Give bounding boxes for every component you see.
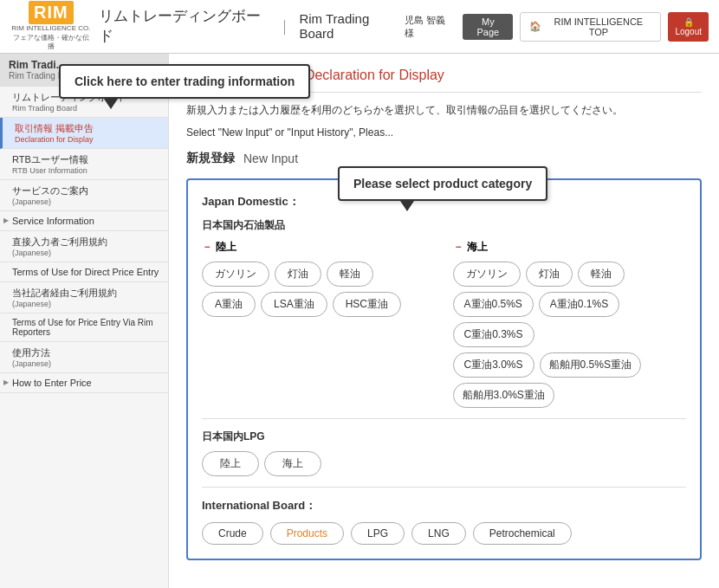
sidebar-item-ja: 当社記者経由ご利用規約 (12, 287, 159, 300)
user-name: 児島 智義 様 (405, 14, 456, 40)
sidebar-item-direct-en[interactable]: Terms of Use for Direct Price Entry (0, 262, 168, 282)
product-btn-gasoline-sea[interactable]: ガソリン (453, 262, 521, 287)
sidebar-item-ja: RTBユーザー情報 (12, 153, 159, 166)
product-btn-crude[interactable]: Crude (202, 522, 263, 545)
sidebar-item-how-to[interactable]: ▶ How to Enter Price (0, 373, 168, 393)
logo-area: RIM RIM INTELLIGENCE CO. フェアな価格・確かな伝播 リム… (10, 1, 405, 51)
lpg-products-row: 陸上 海上 (202, 451, 686, 476)
sidebar-item-en: Rim Trading Board (12, 104, 159, 113)
sidebar-item-declaration[interactable]: 取引情報 掲載申告 Declaration for Display (0, 118, 168, 149)
header-title-ja: リムトレーディングボード (99, 6, 271, 46)
tooltip-bubble-1: Click here to enter trading information (59, 64, 310, 99)
sea-products-row3: C重油3.0%S 船舶用0.5%S重油 船舶用3.0%S重油 (453, 352, 687, 408)
sidebar-item-direct[interactable]: 直接入力者ご利用規約 (Japanese) (0, 231, 168, 262)
sidebar-item-ja: 使用方法 (12, 346, 159, 359)
tooltip1-arrow (104, 99, 118, 109)
logo-box: RIM RIM INTELLIGENCE CO. フェアな価格・確かな伝播 (10, 1, 92, 51)
tooltip1-text: Click here to enter trading information (74, 74, 295, 88)
header-divider: ｜ (277, 16, 292, 36)
sidebar-item-ja: 直接入力者ご利用規約 (12, 236, 159, 249)
land-label: 陸上 (216, 240, 236, 255)
land-sea-container: － 陸上 ガソリン 灯油 軽油 A重油 LSA重油 HS (202, 240, 686, 408)
product-selection-box: Japan Domestic： 日本国内石油製品 － 陸上 ガソリン (186, 178, 702, 560)
tooltip-bubble-2: Please select product category (338, 166, 547, 201)
sea-products-row2: A重油0.5%S A重油0.1%S C重油0.3%S (453, 292, 687, 347)
sidebar-item-ja: サービスのご案内 (12, 184, 159, 197)
logo-icon: RIM (34, 3, 68, 22)
product-btn-products[interactable]: Products (270, 522, 344, 545)
mypage-button[interactable]: My Page (463, 14, 513, 40)
lock-icon: 🔒 (683, 17, 694, 27)
header-title: リムトレーディングボード ｜ Rim Trading Board (99, 6, 405, 46)
header-title-en: Rim Trading Board (299, 11, 405, 41)
japan-domestic-section: Japan Domestic： 日本国内石油製品 － 陸上 ガソリン (202, 194, 686, 476)
intro-text: 新規入力または入力履歴を利用のどちらかを選択して、取引情報の品目を選択してくださ… (186, 103, 702, 118)
header-right: 児島 智義 様 My Page 🏠 RIM INTELLIGENCE TOP 🔒… (405, 12, 709, 42)
sidebar-item-usage-ja[interactable]: 使用方法 (Japanese) (0, 342, 168, 373)
lpg-title: 日本国内LPG (202, 430, 686, 444)
main-content: 取引情報 掲載申告 Declaration for Display 新規入力また… (169, 54, 719, 588)
tooltip2-text: Please select product category (353, 177, 532, 191)
sea-minus-icon: － (453, 240, 463, 255)
product-btn-marine30-sea[interactable]: 船舶用3.0%S重油 (453, 383, 554, 408)
sidebar-item-rtb[interactable]: RTBユーザー情報 RTB User Information (0, 149, 168, 180)
sidebar-item-en: (Japanese) (12, 300, 159, 308)
sea-label: 海上 (467, 240, 488, 255)
product-btn-hsc-land[interactable]: HSC重油 (333, 292, 401, 317)
sidebar-item-en: RTB User Information (12, 166, 159, 175)
product-btn-aheavy-land[interactable]: A重油 (202, 292, 256, 317)
product-btn-lpg-intl[interactable]: LPG (351, 522, 405, 545)
product-btn-lpg-sea[interactable]: 海上 (264, 451, 321, 476)
sidebar-item-text: Service Information (12, 216, 159, 226)
logo-sub: RIM INTELLIGENCE CO. フェアな価格・確かな伝播 (10, 24, 92, 51)
product-btn-kerosene-sea[interactable]: 灯油 (526, 262, 573, 287)
body-layout: Rim Tradi... Rim Trading Board リムトレーディング… (0, 54, 719, 588)
product-btn-aheavy05-sea[interactable]: A重油0.5%S (453, 292, 534, 317)
sidebar-item-text: Terms of Use for Price Entry Via Rim Rep… (12, 318, 159, 337)
domestic-oil-section: 日本国内石油製品 － 陸上 ガソリン 灯油 軽油 (202, 218, 686, 408)
product-btn-aheavy01-sea[interactable]: A重油0.1%S (539, 292, 619, 317)
international-title: International Board： (202, 498, 686, 514)
land-products-row1: ガソリン 灯油 軽油 (202, 262, 436, 287)
sidebar-item-text: Terms of Use for Direct Price Entry (12, 267, 159, 277)
sea-header: － 海上 (453, 240, 687, 255)
home-icon: 🏠 (529, 21, 541, 32)
header: RIM RIM INTELLIGENCE CO. フェアな価格・確かな伝播 リム… (0, 0, 719, 54)
product-btn-gasoline-land[interactable]: ガソリン (202, 262, 269, 287)
product-btn-lsa-land[interactable]: LSA重油 (261, 292, 327, 317)
section-divider2 (202, 487, 686, 488)
section-label-en: New Input (243, 152, 298, 165)
rim-top-button[interactable]: 🏠 RIM INTELLIGENCE TOP (520, 12, 661, 42)
international-products-row: Crude Products LPG LNG Petrochemical (202, 522, 686, 545)
rim-top-label: RIM INTELLIGENCE TOP (545, 16, 651, 37)
tooltip2-arrow (400, 201, 414, 211)
product-btn-diesel-land[interactable]: 軽油 (327, 262, 373, 287)
sidebar-item-en: (Japanese) (12, 197, 159, 206)
product-btn-marine05-sea[interactable]: 船舶用0.5%S重油 (540, 352, 641, 378)
product-btn-lng[interactable]: LNG (411, 522, 466, 545)
product-btn-lpg-land[interactable]: 陸上 (202, 451, 259, 476)
product-btn-cheavy30-sea[interactable]: C重油3.0%S (453, 352, 534, 378)
sidebar-item-reporter-ja[interactable]: 当社記者経由ご利用規約 (Japanese) (0, 282, 168, 313)
sidebar-item-reporter-en[interactable]: Terms of Use for Price Entry Via Rim Rep… (0, 313, 168, 342)
land-minus-icon: － (202, 240, 212, 255)
sidebar-item-service-en[interactable]: ▶ Service Information (0, 211, 168, 231)
select-text: Select "New Input" or "Input History", P… (186, 126, 702, 139)
sidebar: Rim Tradi... Rim Trading Board リムトレーディング… (0, 54, 169, 588)
sidebar-item-en: (Japanese) (12, 359, 159, 368)
product-btn-kerosene-land[interactable]: 灯油 (275, 262, 321, 287)
product-btn-cheavy03-sea[interactable]: C重油0.3%S (453, 322, 534, 347)
land-header: － 陸上 (202, 240, 436, 255)
international-section: International Board： Crude Products LPG … (202, 498, 686, 545)
sea-products-row1: ガソリン 灯油 軽油 (453, 262, 687, 287)
product-btn-diesel-sea[interactable]: 軽油 (578, 262, 625, 287)
section-header: 新規登録 New Input (186, 151, 702, 166)
lpg-section: 日本国内LPG 陸上 海上 (202, 430, 686, 476)
logout-label: Logout (675, 27, 702, 36)
product-btn-petrochemical[interactable]: Petrochemical (473, 522, 572, 545)
section-divider (202, 418, 686, 419)
land-products-row2: A重油 LSA重油 HSC重油 (202, 292, 436, 317)
sidebar-item-service-ja[interactable]: サービスのご案内 (Japanese) (0, 180, 168, 211)
logout-button[interactable]: 🔒 Logout (668, 12, 709, 42)
sidebar-item-text: How to Enter Price (12, 378, 159, 388)
